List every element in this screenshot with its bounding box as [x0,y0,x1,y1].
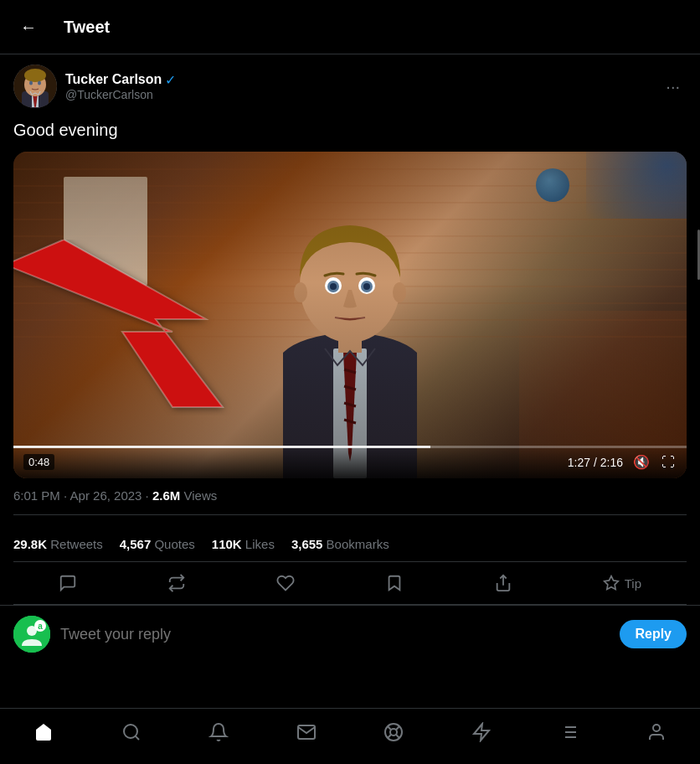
tweet-views-label: Views [183,488,217,503]
messages-icon [296,722,317,742]
svg-line-38 [396,735,399,738]
video-fullscreen-button[interactable]: ⛶ [660,453,677,472]
verified-badge-icon: ✓ [165,72,176,88]
video-mute-button[interactable]: 🔇 [631,452,651,472]
bookmarks-label: Bookmarks [327,537,389,551]
lists-icon [558,722,579,742]
back-button[interactable]: ← [13,12,44,42]
svg-point-8 [38,81,41,85]
avatar-image [13,65,57,108]
svg-marker-28 [604,576,618,590]
svg-marker-25 [13,240,223,407]
spaces-icon [471,722,492,742]
video-controls: 0:48 1:27 / 2:16 🔇 ⛶ [13,446,687,478]
page-title: Tweet [64,18,110,37]
likes-label: Likes [245,537,275,551]
tweet-container: Tucker Carlson ✓ @TuckerCarlson ··· Good… [0,54,700,605]
svg-point-48 [653,725,660,731]
red-arrow [13,240,248,416]
svg-marker-41 [474,724,489,741]
bookmarks-stat[interactable]: 3,655 Bookmarks [291,537,389,551]
retweet-icon [167,574,186,592]
search-icon [121,722,142,742]
video-controls-right: 1:27 / 2:16 🔇 ⛶ [568,452,677,472]
reply-submit-button[interactable]: Reply [620,620,687,648]
quotes-stat[interactable]: 4,567 Quotes [120,537,195,551]
likes-count: 110K [212,537,242,551]
svg-line-34 [135,736,138,740]
quotes-label: Quotes [154,537,194,551]
notifications-icon [208,722,229,742]
author-handle: @TuckerCarlson [65,88,176,101]
reply-action-button[interactable] [50,565,85,601]
reply-section: a Reply [0,605,700,663]
nav-home-button[interactable] [20,715,67,754]
video-time-display: 1:27 / 2:16 [568,456,623,469]
tweet-timestamp: 6:01 PM · Apr 26, 2023 [13,488,142,503]
home-icon [33,722,54,742]
retweets-stat[interactable]: 29.8K Retweets [13,537,103,551]
svg-point-7 [29,81,33,85]
nav-lists-button[interactable] [545,715,592,754]
likes-stat[interactable]: 110K Likes [212,537,275,551]
author-left: Tucker Carlson ✓ @TuckerCarlson [13,65,176,108]
like-icon [276,574,295,592]
tip-label: Tip [625,576,641,591]
svg-line-37 [388,726,391,730]
share-icon [494,574,512,592]
retweet-action-button[interactable] [159,565,194,601]
tweet-views-count: 2.6M [152,488,180,503]
tip-action-button[interactable]: Tip [594,566,650,600]
svg-point-33 [124,725,137,738]
author-name: Tucker Carlson [65,72,162,87]
communities-icon [383,722,404,742]
video-container[interactable]: 0:48 1:27 / 2:16 🔇 ⛶ [13,152,687,478]
nav-notifications-button[interactable] [195,715,242,754]
bookmark-action-button[interactable] [377,565,412,601]
retweets-count: 29.8K [13,537,47,551]
author-info: Tucker Carlson ✓ @TuckerCarlson [65,72,176,101]
svg-line-39 [396,726,399,730]
reply-icon [59,574,77,592]
author-name-row: Tucker Carlson ✓ [65,72,176,88]
profile-icon [646,722,667,742]
like-action-button[interactable] [268,565,303,601]
tip-icon [603,575,620,591]
avatar[interactable] [13,65,57,108]
share-action-button[interactable] [486,565,521,601]
nav-communities-button[interactable] [370,715,417,754]
video-time-badge: 0:48 [23,454,54,470]
header: ← Tweet [0,0,700,54]
bookmarks-count: 3,655 [291,537,323,551]
nav-spaces-button[interactable] [458,715,505,754]
retweets-label: Retweets [50,537,103,551]
reply-user-avatar: a [13,616,50,653]
video-thumbnail [13,152,687,478]
reply-avatar-icon: a [13,616,50,653]
bottom-navigation [0,708,700,764]
tweet-text: Good evening [13,118,687,142]
author-row: Tucker Carlson ✓ @TuckerCarlson ··· [13,65,687,108]
more-options-button[interactable]: ··· [659,74,687,100]
svg-line-40 [388,735,391,738]
reply-avatar-inner: a [13,616,50,653]
quotes-count: 4,567 [120,537,152,551]
stats-row: 29.8K Retweets 4,567 Quotes 110K Likes 3… [13,527,687,562]
svg-point-6 [24,69,46,82]
actions-row: Tip [13,562,687,605]
nav-search-button[interactable] [108,715,155,754]
tweet-metadata: 6:01 PM · Apr 26, 2023 · 2.6M Views [13,488,687,515]
reply-input[interactable] [60,626,610,643]
nav-messages-button[interactable] [283,715,330,754]
svg-point-36 [390,729,397,736]
bookmark-icon [385,574,404,592]
nav-profile-button[interactable] [633,715,680,754]
svg-text:a: a [38,622,43,631]
